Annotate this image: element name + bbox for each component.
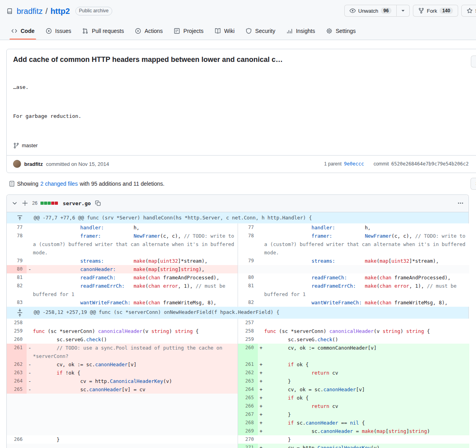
line-number[interactable]: 268 (238, 419, 258, 427)
tab-security[interactable]: Security (241, 24, 280, 40)
line-number[interactable]: 265 (7, 385, 27, 394)
line-number[interactable]: 260 (7, 335, 27, 344)
issue-opened-icon (46, 28, 52, 34)
kebab-icon (457, 200, 464, 206)
diff-marker (27, 282, 33, 298)
gear-icon (326, 28, 332, 34)
branch-name[interactable]: master (22, 142, 38, 148)
line-number[interactable]: 263 (7, 369, 27, 377)
code-line: wantWriteFrameCh: make(chan frameWriteMs… (33, 298, 238, 307)
diff-marker: + (258, 377, 264, 385)
diff-cell: 263+ } (238, 377, 469, 385)
diff-marker: + (258, 360, 264, 369)
unwatch-button[interactable]: Unwatch 96 (344, 5, 397, 17)
diff-marker (27, 298, 33, 307)
tab-insights[interactable]: Insights (282, 24, 320, 40)
code-line: cv, ok = sc.canonHeader[v] (264, 385, 469, 394)
line-number[interactable]: 258 (7, 319, 27, 327)
diff-marker (27, 427, 33, 435)
line-number[interactable]: 259 (238, 335, 258, 344)
line-number[interactable]: 266 (238, 402, 258, 410)
file-name[interactable]: server.go (63, 200, 90, 206)
diff-view-button[interactable]: Split (470, 178, 476, 190)
line-number[interactable]: 264 (7, 377, 27, 385)
code-line: // TODO: use a sync.Pool instead of putt… (33, 344, 238, 360)
tab-issues[interactable]: Issues (41, 24, 76, 40)
diff-marker (258, 298, 264, 307)
expand-hunk-button[interactable] (7, 212, 33, 223)
line-number[interactable]: 80 (7, 265, 27, 273)
line-number[interactable]: 83 (7, 298, 27, 307)
hunk-header: @@ -258,12 +257,19 @@ func (sc *serverCo… (7, 307, 468, 319)
line-number[interactable]: 77 (7, 223, 27, 232)
tab-pull-requests[interactable]: Pull requests (77, 24, 129, 40)
fork-button[interactable]: Fork 140 (413, 5, 458, 17)
tab-settings[interactable]: Settings (321, 24, 361, 40)
code-line (33, 394, 238, 402)
line-number[interactable]: 81 (7, 273, 27, 282)
diff-line-pair: 79 streams: make(map[uint32]*stream),79 … (7, 257, 468, 265)
line-number[interactable]: 270 (238, 435, 258, 444)
line-number[interactable]: 261 (7, 344, 27, 360)
line-number[interactable]: 82 (238, 298, 258, 307)
line-number[interactable]: 267 (238, 410, 258, 419)
commit-author[interactable]: bradfitz (24, 161, 43, 167)
collapse-file-button[interactable] (11, 199, 19, 207)
diff-line-pair: 269+ sc.canonHeader = make(map[string]st… (7, 427, 468, 435)
code-line: handler: h, (33, 223, 238, 232)
unwatch-caret-button[interactable] (397, 5, 410, 17)
line-number[interactable]: 265 (238, 394, 258, 402)
line-number[interactable]: 266 (7, 435, 27, 444)
diff-marker (258, 223, 264, 232)
diff-square-del (55, 202, 58, 205)
line-number[interactable]: 261 (238, 360, 258, 369)
line-number[interactable]: 264 (238, 385, 258, 394)
expand-hunk-button[interactable] (7, 307, 33, 319)
copy-path-button[interactable] (94, 199, 102, 207)
diff-cell: 77 handler: h, (7, 223, 238, 232)
diff-cell: 82 wantWriteFrameCh: make(chan frameWrit… (238, 298, 469, 307)
line-number[interactable]: 258 (238, 327, 258, 335)
line-number[interactable]: 80 (238, 273, 258, 282)
line-number[interactable]: 262 (7, 360, 27, 369)
line-number[interactable]: 260 (238, 344, 258, 360)
tab-actions[interactable]: Actions (130, 24, 167, 40)
line-number[interactable]: 269 (238, 427, 258, 435)
parent-sha-link[interactable]: 9e0eccc (344, 161, 364, 167)
file-header: 26 server.go (7, 195, 468, 212)
fork-label: Fork (427, 8, 437, 14)
line-number[interactable]: 257 (238, 319, 258, 327)
commit-desc-line-2: For garbage reduction. (13, 113, 476, 120)
diff-cell: 80 readFrameCh: make(chan frameAndProces… (238, 273, 469, 282)
line-number[interactable]: 82 (7, 282, 27, 298)
repo-owner-link[interactable]: bradfitz (17, 7, 43, 16)
star-button[interactable]: Star (461, 5, 476, 17)
line-number[interactable]: 78 (7, 232, 27, 257)
code-line: if ok { (264, 360, 469, 369)
tab-wiki[interactable]: Wiki (210, 24, 239, 40)
line-number[interactable]: 78 (238, 232, 258, 257)
tab-code[interactable]: Code (6, 24, 39, 40)
watch-count: 96 (381, 8, 392, 14)
commit-desc-line-1: …ase. (13, 84, 476, 91)
copy-icon (95, 200, 101, 206)
line-number[interactable]: 263 (238, 377, 258, 385)
diff-line-pair: 263- if !ok {262+ return cv (7, 369, 468, 377)
line-number[interactable]: 77 (238, 223, 258, 232)
line-number[interactable]: 79 (7, 257, 27, 265)
line-number[interactable]: 79 (238, 257, 258, 265)
line-number[interactable]: 81 (238, 282, 258, 298)
diff-cell: 266+ return cv (238, 402, 469, 410)
line-number[interactable]: 259 (7, 327, 27, 335)
line-number[interactable]: 271 (238, 444, 258, 448)
changed-files-link[interactable]: 2 changed files (40, 181, 78, 187)
line-number[interactable]: 262 (238, 369, 258, 377)
tab-projects[interactable]: Projects (169, 24, 208, 40)
drag-grabber-icon[interactable] (22, 200, 28, 206)
file-options-button[interactable] (457, 199, 464, 207)
diff-square-add (40, 202, 44, 205)
browse-files-button[interactable]: Browse files (471, 56, 476, 67)
diff-marker (27, 232, 33, 257)
repo-name-link[interactable]: http2 (50, 7, 70, 16)
avatar[interactable] (13, 160, 21, 168)
